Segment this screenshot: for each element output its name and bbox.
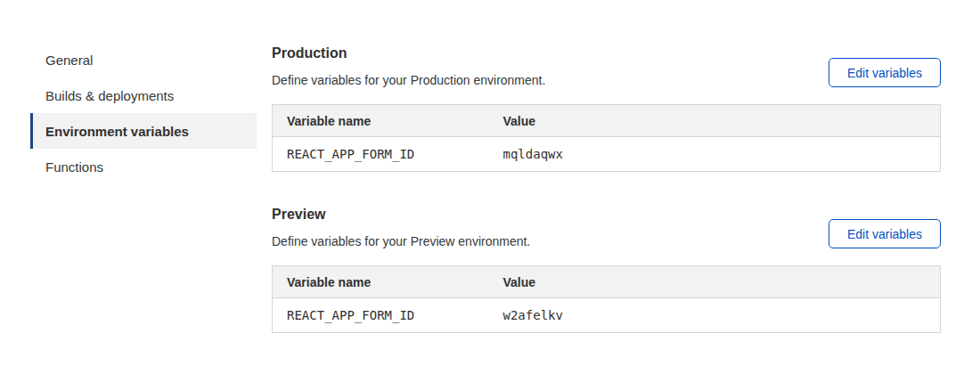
table-header-row: Variable name Value bbox=[273, 105, 941, 137]
sidebar-item-environment-variables[interactable]: Environment variables bbox=[30, 113, 257, 149]
settings-sidebar: General Builds & deployments Environment… bbox=[30, 42, 257, 184]
sidebar-item-functions[interactable]: Functions bbox=[30, 149, 257, 184]
variable-value-cell: w2afelkv bbox=[489, 298, 941, 333]
variable-name-cell: REACT_APP_FORM_ID bbox=[273, 137, 489, 172]
environment-variables-panel: Production Define variables for your Pro… bbox=[272, 45, 941, 333]
production-section: Production Define variables for your Pro… bbox=[272, 45, 941, 172]
table-header-row: Variable name Value bbox=[273, 266, 941, 298]
preview-edit-variables-button[interactable]: Edit variables bbox=[829, 219, 941, 248]
column-header-variable-name: Variable name bbox=[273, 105, 489, 137]
variable-name-cell: REACT_APP_FORM_ID bbox=[273, 298, 489, 333]
preview-section: Preview Define variables for your Previe… bbox=[272, 206, 941, 333]
production-variables-table: Variable name Value REACT_APP_FORM_ID mq… bbox=[272, 104, 941, 172]
variable-value-cell: mqldaqwx bbox=[489, 137, 941, 172]
production-title: Production bbox=[272, 45, 545, 61]
sidebar-item-builds-deployments[interactable]: Builds & deployments bbox=[30, 77, 257, 113]
production-edit-variables-button[interactable]: Edit variables bbox=[829, 58, 941, 87]
preview-variables-table: Variable name Value REACT_APP_FORM_ID w2… bbox=[272, 265, 941, 333]
column-header-value: Value bbox=[489, 266, 941, 298]
column-header-variable-name: Variable name bbox=[273, 266, 489, 298]
production-description: Define variables for your Production env… bbox=[272, 73, 545, 87]
table-row: REACT_APP_FORM_ID mqldaqwx bbox=[273, 137, 941, 172]
table-row: REACT_APP_FORM_ID w2afelkv bbox=[273, 298, 941, 333]
preview-title: Preview bbox=[272, 206, 530, 223]
sidebar-item-general[interactable]: General bbox=[30, 42, 257, 77]
preview-description: Define variables for your Preview enviro… bbox=[272, 234, 530, 248]
column-header-value: Value bbox=[489, 105, 941, 137]
